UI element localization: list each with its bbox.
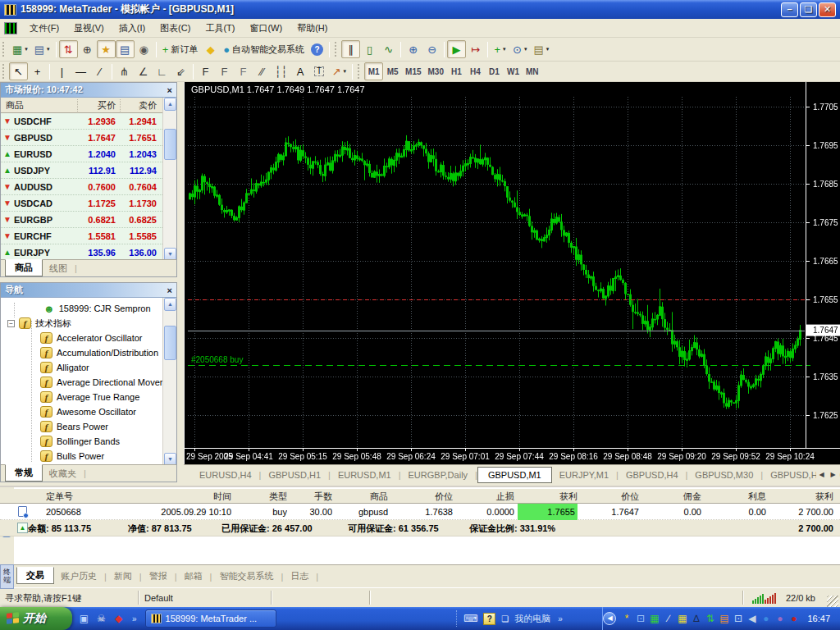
- timeframe-mn-button[interactable]: MN: [523, 62, 542, 80]
- terminal-column-11[interactable]: 获利: [769, 489, 833, 504]
- market-watch-tab-1[interactable]: 线图: [43, 261, 74, 276]
- market-watch-row[interactable]: ▼GBPUSD1.76471.7651: [1, 130, 162, 146]
- market-watch-toggle[interactable]: ⇅: [59, 40, 78, 58]
- timeframe-m1-button[interactable]: M1: [364, 62, 383, 80]
- toolbar-grip[interactable]: [335, 42, 338, 57]
- tray-red-ball-icon[interactable]: ●: [787, 612, 801, 626]
- trendline-button[interactable]: ∕: [90, 62, 109, 80]
- scroll-up-icon[interactable]: ▲: [164, 98, 176, 111]
- terminal-column-3[interactable]: 手数: [290, 489, 332, 504]
- market-watch-row[interactable]: ▼USDCHF1.29361.2941: [1, 113, 162, 130]
- chart-window-icon[interactable]: [4, 22, 17, 34]
- menu-view[interactable]: 显视(V): [66, 21, 112, 35]
- timeframe-w1-button[interactable]: W1: [504, 62, 523, 80]
- terminal-column-0[interactable]: 定单号: [46, 489, 144, 504]
- fibo-arcs-button[interactable]: F: [234, 62, 253, 80]
- menu-charts[interactable]: 图表(C): [153, 21, 198, 35]
- navigator-indicator-item[interactable]: fAlligator: [40, 360, 162, 375]
- navigator-group-indicators[interactable]: −f技术指标: [7, 316, 162, 331]
- resize-grip-icon[interactable]: [827, 596, 838, 607]
- chart-tab-1[interactable]: GBPUSD,H1: [261, 468, 328, 482]
- chart-profiles-button[interactable]: ▤▾: [31, 40, 53, 58]
- navigator-indicator-item[interactable]: fBears Power: [40, 419, 162, 434]
- tray-network-icon[interactable]: ⊡: [633, 612, 647, 626]
- status-profile[interactable]: Default: [139, 591, 271, 605]
- andrews-pitchfork-button[interactable]: ⋔: [115, 62, 134, 80]
- zoom-in-button[interactable]: ⊕: [404, 40, 422, 58]
- navigator-scrollbar[interactable]: ▲ ▼: [162, 298, 176, 466]
- chevron-icon[interactable]: »: [130, 614, 139, 623]
- quick-launch-icon-1[interactable]: ▣: [77, 612, 91, 626]
- cycle-lines-button[interactable]: ┆┆: [272, 62, 291, 80]
- quick-launch-icon-3[interactable]: ◆: [112, 612, 126, 626]
- show-desktop-icon[interactable]: ❏: [501, 614, 509, 623]
- vertical-splitter[interactable]: [177, 82, 184, 484]
- timeframe-h1-button[interactable]: H1: [447, 62, 466, 80]
- fibo-fan-button[interactable]: F: [215, 62, 234, 80]
- market-watch-tab-0[interactable]: 商品: [5, 259, 43, 276]
- terminal-column-6[interactable]: 止损: [456, 489, 514, 504]
- terminal-tab-4[interactable]: 邮箱: [178, 568, 209, 584]
- menu-insert[interactable]: 插入(I): [112, 21, 153, 35]
- navigator-indicator-item[interactable]: fBollinger Bands: [40, 434, 162, 449]
- terminal-side-tab[interactable]: 终端: [0, 564, 14, 589]
- crosshair-button[interactable]: +: [28, 62, 47, 80]
- chart-tab-2[interactable]: EURUSD,M1: [331, 468, 399, 482]
- navigator-tab-0[interactable]: 常规: [5, 464, 43, 482]
- menu-window[interactable]: 窗口(W): [242, 21, 290, 35]
- taskbar-task-button[interactable]: 158999: MetaTrader ...: [145, 609, 276, 628]
- navigator-toggle[interactable]: ★: [97, 40, 116, 58]
- new-chart-button[interactable]: ▦▾: [9, 40, 31, 58]
- scrollbar-thumb[interactable]: [164, 129, 176, 160]
- start-button[interactable]: 开始: [0, 607, 72, 630]
- new-order-button[interactable]: +新订单: [159, 40, 202, 58]
- strategy-tester-button[interactable]: ◉: [135, 40, 153, 58]
- order-row[interactable]: 20506682005.09.29 10:10buy30.00gbpusd1.7…: [0, 504, 840, 520]
- column-symbol[interactable]: 商品: [1, 99, 77, 112]
- fibo-retracement-button[interactable]: F: [196, 62, 215, 80]
- terminal-tab-6[interactable]: 日志: [284, 568, 315, 584]
- timeframe-m15-button[interactable]: M15: [402, 62, 424, 80]
- column-bid[interactable]: 买价: [77, 99, 120, 112]
- timeframe-d1-button[interactable]: D1: [485, 62, 504, 80]
- templates-button[interactable]: ▤▾: [531, 40, 553, 58]
- tray-speaker-icon[interactable]: ◀: [745, 612, 759, 626]
- text-button[interactable]: A: [291, 62, 310, 80]
- market-watch-row[interactable]: ▲USDJPY112.91112.94: [1, 162, 162, 179]
- menu-tools[interactable]: 工具(T): [198, 21, 242, 35]
- navigator-indicator-item[interactable]: fAwesome Oscillator: [40, 404, 162, 419]
- candlestick-chart-button[interactable]: ▯: [360, 40, 379, 58]
- market-watch-row[interactable]: ▲EURUSD1.20401.2043: [1, 146, 162, 162]
- tray-book-icon[interactable]: ▤: [717, 612, 731, 626]
- horizontal-line-button[interactable]: —: [71, 62, 90, 80]
- tab-scroll-left-icon[interactable]: ◀: [816, 469, 827, 481]
- market-watch-row[interactable]: ▼AUDUSD0.76000.7604: [1, 179, 162, 195]
- data-window-button[interactable]: ⊕: [78, 40, 97, 58]
- toolbar-grip[interactable]: [358, 64, 361, 79]
- market-watch-caption[interactable]: 市场报价: 10:47:42 ×: [1, 83, 176, 98]
- navigator-close-icon[interactable]: ×: [167, 286, 172, 294]
- navigator-tab-1[interactable]: 收藏夹: [43, 466, 83, 482]
- gann-fan-button[interactable]: ∟: [153, 62, 171, 80]
- quick-launch-icon-2[interactable]: ☠: [94, 612, 108, 626]
- tray-ball-icon[interactable]: ●: [759, 612, 773, 626]
- terminal-column-4[interactable]: 商品: [336, 489, 388, 504]
- alert-button[interactable]: ◆: [201, 40, 220, 58]
- tray-tool-icon[interactable]: ∕: [661, 612, 675, 626]
- terminal-tab-3[interactable]: 警报: [143, 568, 174, 584]
- line-chart-button[interactable]: ∿: [379, 40, 398, 58]
- minimize-button[interactable]: –: [781, 2, 798, 17]
- chart-tab-0[interactable]: EURUSD,H4: [192, 468, 259, 482]
- tray-computer-icon[interactable]: ⊡: [731, 612, 745, 626]
- chart-tab-4[interactable]: GBPUSD,M1: [477, 467, 552, 483]
- expert-advisors-toggle[interactable]: ●自动智能交易系统: [220, 40, 308, 58]
- menu-help[interactable]: 帮助(H): [290, 21, 335, 35]
- market-watch-row[interactable]: ▼EURCHF1.55811.5585: [1, 228, 162, 244]
- chevron-icon[interactable]: »: [556, 614, 564, 623]
- chart-tab-7[interactable]: GBPUSD,M30: [687, 468, 760, 482]
- scrollbar-thumb[interactable]: [164, 326, 176, 360]
- restore-button[interactable]: ❏: [800, 2, 817, 17]
- bar-chart-button[interactable]: ∥: [341, 40, 360, 58]
- terminal-tab-2[interactable]: 新闻: [107, 568, 139, 584]
- my-computer-toolbar-label[interactable]: 我的电脑: [514, 613, 550, 625]
